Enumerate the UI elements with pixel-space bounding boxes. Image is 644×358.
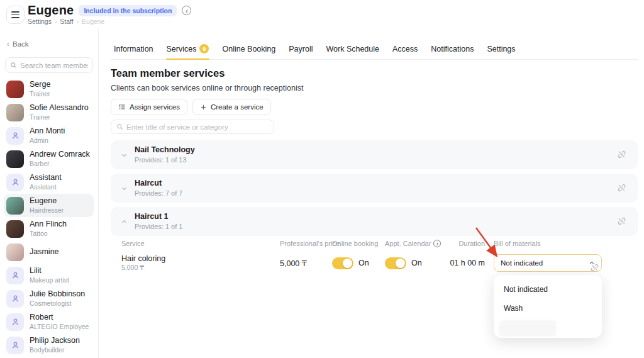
appt-calendar-toggle[interactable] — [385, 257, 406, 269]
avatar — [6, 220, 24, 238]
online-booking-state: On — [358, 259, 369, 267]
member-name: Robert — [30, 313, 89, 323]
team-member-item[interactable]: Sofie Alessandro Trainer — [4, 101, 94, 124]
member-name: Assistant — [30, 173, 62, 183]
team-member-item[interactable]: Robert ALTEGIO Employee — [4, 310, 94, 333]
team-member-item[interactable]: Andrew Comrack Barber — [4, 147, 94, 171]
team-member-item[interactable]: Assistant Assistant — [4, 171, 94, 194]
chevron-down-icon[interactable] — [121, 152, 128, 159]
dropdown-option-blurred — [499, 320, 557, 337]
avatar — [6, 104, 24, 121]
member-name: Sofie Alessandro — [30, 103, 89, 113]
member-name: Ann Monti — [30, 126, 65, 137]
service-row: Hair coloring 5,000 ₸ — [121, 254, 165, 272]
tab-notifications[interactable]: Notifications — [430, 43, 474, 59]
tab-label: Online Booking — [222, 45, 275, 53]
tab-access[interactable]: Access — [392, 43, 418, 59]
search-team-member-input[interactable] — [20, 62, 88, 69]
dropdown-option[interactable]: Wash — [494, 298, 602, 316]
person-icon — [11, 294, 20, 303]
info-icon[interactable]: i — [182, 6, 191, 15]
create-service-button[interactable]: Create a service — [192, 99, 271, 115]
category-provides-count: Provides: 1 of 1 — [135, 223, 182, 230]
member-role: Assistant — [30, 183, 62, 191]
team-member-item[interactable]: Philip Jackson Bodybuilder — [4, 333, 94, 357]
service-category-list: Nail Technology Provides: 1 of 13 Haircu… — [111, 140, 638, 240]
chevron-down-icon[interactable] — [121, 185, 128, 192]
member-role: Bodybuilder — [30, 346, 80, 354]
team-member-item[interactable]: Eugene Hairdresser — [4, 194, 94, 217]
top-header: Eugene Included in the subscription i Se… — [0, 0, 644, 30]
avatar — [6, 290, 24, 308]
tab-work-schedule[interactable]: Work Schedule — [325, 43, 380, 59]
service-name: Hair coloring — [121, 254, 165, 264]
member-role: Tattoo — [30, 230, 67, 238]
avatar — [6, 267, 24, 284]
service-category-row[interactable]: Haircut Provides: 7 of 7 — [111, 174, 638, 203]
tab-payroll[interactable]: Payroll — [288, 43, 313, 59]
tab-bar: Information Services 9 Online Booking Pa… — [111, 43, 638, 60]
col-header-service: Service — [121, 240, 145, 247]
assign-services-label: Assign services — [130, 103, 180, 111]
breadcrumb-current: Eugene — [82, 18, 104, 25]
bill-of-materials-dropdown[interactable]: Not indicated — [494, 254, 602, 272]
page-title: Eugene — [28, 3, 74, 18]
plus-icon — [200, 104, 207, 111]
team-member-item[interactable]: Ann Flinch Tattoo — [4, 217, 94, 240]
col-header-duration: Duration — [435, 240, 485, 247]
back-link[interactable]: ‹ Back — [7, 40, 29, 48]
service-search-input[interactable] — [126, 123, 269, 131]
avatar — [6, 150, 24, 168]
person-icon — [11, 317, 20, 327]
unlink-icon[interactable] — [617, 150, 626, 159]
service-category-row[interactable]: Nail Technology Provides: 1 of 13 — [111, 140, 638, 169]
online-booking-toggle[interactable] — [332, 257, 353, 269]
team-member-search[interactable] — [5, 57, 93, 73]
tab-services[interactable]: Services 9 — [166, 43, 210, 59]
avatar — [6, 127, 24, 145]
assign-services-button[interactable]: Assign services — [111, 99, 187, 115]
bom-option-list: Not indicatedWash — [494, 279, 602, 316]
professional-price-value: 5,000 ₸ — [280, 254, 307, 272]
hamburger-icon — [11, 11, 19, 18]
chevron-left-icon: ‹ — [7, 40, 9, 48]
team-member-item[interactable]: Julie Bobbinson Cosmetologist — [4, 287, 94, 310]
service-category-row[interactable]: Haircut 1 Provides: 1 of 1 — [111, 207, 638, 236]
service-search[interactable] — [111, 120, 274, 134]
menu-button[interactable] — [6, 6, 25, 24]
avatar — [6, 337, 24, 354]
chevron-up-icon[interactable] — [121, 218, 128, 225]
member-name: Lilit — [30, 266, 69, 276]
avatar — [6, 81, 24, 98]
breadcrumb-settings[interactable]: Settings — [28, 18, 52, 25]
tab-label: Payroll — [289, 45, 313, 53]
category-name: Haircut — [135, 179, 162, 187]
unlink-icon[interactable] — [590, 263, 599, 272]
member-role: Trainer — [30, 113, 89, 121]
section-title: Team member services — [111, 67, 225, 79]
member-name: Andrew Comrack — [30, 150, 90, 160]
tab-label: Access — [392, 45, 418, 53]
search-icon — [116, 123, 123, 130]
team-member-item[interactable]: Serge Trainer — [4, 77, 94, 101]
tab-settings[interactable]: Settings — [486, 43, 516, 59]
unlink-icon[interactable] — [617, 216, 626, 226]
col-header-appt-calendar: Appt. Calendar i — [385, 240, 441, 247]
tab-information[interactable]: Information — [113, 43, 154, 59]
breadcrumb-separator: › — [55, 18, 57, 25]
col-header-bill-of-materials: Bill of materials — [494, 240, 541, 247]
unlink-icon[interactable] — [617, 183, 626, 193]
tab-label: Services — [167, 45, 197, 53]
appt-calendar-state: On — [411, 259, 422, 267]
duration-value: 01 h 00 m — [435, 254, 485, 272]
team-member-item[interactable]: Ann Monti Admin — [4, 124, 94, 147]
breadcrumb-staff[interactable]: Staff — [60, 18, 73, 25]
team-member-item[interactable]: Lilit Makeup artist — [4, 264, 94, 287]
dropdown-option[interactable]: Not indicated — [494, 279, 602, 298]
tab-online-booking[interactable]: Online Booking — [221, 43, 276, 59]
team-member-item[interactable]: Jasmine — [4, 240, 94, 264]
person-icon — [11, 340, 20, 350]
toggle-knob — [343, 259, 352, 268]
member-role: Makeup artist — [30, 276, 69, 284]
avatar — [6, 313, 24, 331]
